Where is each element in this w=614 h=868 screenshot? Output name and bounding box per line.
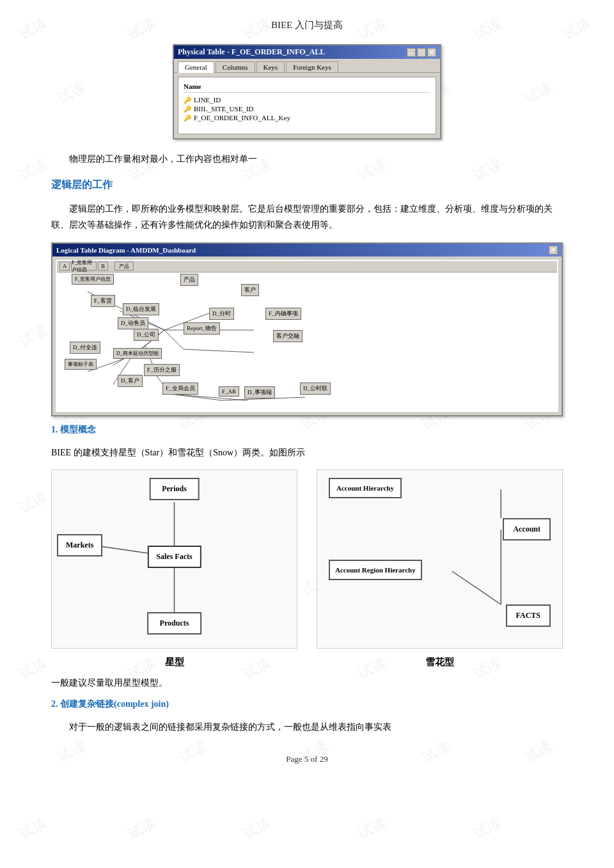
toolbar-label-f: F_览客用户信息: [71, 262, 97, 271]
diagram-node-dkehui: D_客户: [118, 375, 143, 387]
node-sales-facts: Sales Facts: [147, 546, 201, 568]
diagram-node-prod: 产品: [180, 274, 198, 286]
rec-text-content: 一般建议尽量取用星型模型。: [51, 678, 168, 688]
diagram-body: A F_览客用户信息 B 产品: [55, 259, 559, 413]
tab-general[interactable]: General: [178, 61, 214, 73]
restore-button[interactable]: □: [417, 48, 426, 57]
paragraph-complex-join: 对于一般的逻辑表之间的链接都采用复杂链接的方式，一般也是从维表指向事实表: [51, 719, 563, 735]
diagram-node-customer: 客户: [241, 284, 259, 296]
diagram-node-dgongsi: D_公司: [134, 329, 159, 341]
node-periods: Periods: [149, 478, 200, 500]
page-content: BIEE 入门与提高 Physical Table - F_OE_ORDER_I…: [0, 0, 614, 790]
diag-close-button[interactable]: ✕: [549, 246, 558, 255]
star-label: 星型: [51, 656, 297, 668]
diagram-node-dtime: D_分时: [209, 308, 234, 320]
toolbar-icon-b[interactable]: B: [98, 262, 108, 271]
diagram-node-shixiang: 事项标子表: [65, 359, 97, 370]
diagram-node-ddongmai: D_动售员: [118, 317, 148, 329]
key-icon: 🔑: [184, 114, 191, 122]
page-footer: Page 5 of 29: [51, 754, 563, 764]
sub-heading-2-text: 2. 创建复杂链接(complex join): [51, 699, 169, 709]
window-tabs: General Columns Keys Foreign Keys: [174, 59, 440, 73]
paragraph-text: 逻辑层的工作，即所称的业务模型和映射层。它是后台模型管理的重要部分，包括：建立维…: [51, 204, 553, 230]
svg-line-12: [171, 394, 222, 400]
sub-heading-text: 1. 模型概念: [51, 425, 96, 434]
diagram-node-fnei: F_内确事项: [265, 308, 301, 320]
diagram-node-ddlztai: D_临台发展: [123, 303, 159, 315]
table-row: 🔑 F_OE_ORDER_INFO_ALL_Key: [184, 113, 430, 122]
table-row: 🔑 BIIL_SITE_USE_ID: [184, 104, 430, 113]
diagram-node-dsxduan: D_事项端: [244, 386, 275, 398]
svg-line-2: [164, 330, 184, 349]
toolbar-label-prod: 产品: [114, 262, 134, 271]
diagram-node-dfuquan: D_付全连: [70, 342, 100, 354]
watermark: 试读: [240, 813, 274, 844]
diagram-title: Logical Table Diagram - AMDDM_Dashboard: [56, 246, 196, 254]
diagram-toolbar: A F_览客用户信息 B 产品: [57, 261, 557, 272]
physical-table-window: Physical Table - F_OE_ORDER_INFO_ALL — □…: [173, 44, 441, 139]
toolbar-icon-a[interactable]: A: [59, 262, 70, 271]
window-buttons: — □ ✕: [407, 48, 436, 57]
close-button[interactable]: ✕: [427, 48, 436, 57]
paragraph-model-intro: BIEE 的建模支持星型（Star）和雪花型（Snow）两类。如图所示: [51, 445, 563, 461]
window-title: Physical Table - F_OE_ORDER_INFO_ALL: [178, 47, 325, 57]
svg-line-6: [184, 349, 254, 352]
model-diagrams-container: Periods Markets Sales Facts Products Acc…: [51, 470, 563, 649]
diagram-titlebar: Logical Table Diagram - AMDDM_Dashboard …: [52, 244, 562, 256]
window-titlebar: Physical Table - F_OE_ORDER_INFO_ALL — □…: [174, 45, 440, 59]
paragraph-logical-layer: 逻辑层的工作，即所称的业务模型和映射层。它是后台模型管理的重要部分，包括：建立维…: [51, 201, 563, 233]
sub-heading-model-concept: 1. 模型概念: [51, 424, 563, 436]
watermark: 试读: [470, 813, 504, 844]
column-header: Name: [184, 83, 430, 93]
header-title: BIEE 入门与提高: [271, 20, 343, 30]
node-markets: Markets: [57, 534, 102, 556]
key-icon: 🔑: [184, 106, 191, 113]
watermark: 试读: [16, 813, 50, 844]
section-heading-logical: 逻辑层的工作: [51, 178, 563, 192]
tab-columns[interactable]: Columns: [216, 61, 255, 72]
node-facts: FACTS: [506, 604, 551, 627]
star-model-diagram: Periods Markets Sales Facts Products: [51, 470, 297, 649]
footer-text: Page 5 of 29: [286, 754, 327, 764]
table-row: 🔑 LINE_ID: [184, 95, 430, 104]
sub-heading-complex-join: 2. 创建复杂链接(complex join): [51, 698, 563, 710]
diagram-node-dgongshilian: D_公时联: [300, 383, 331, 395]
section-heading-text: 逻辑层的工作: [51, 179, 113, 190]
node-account-hierarchy: Account Hierarchy: [329, 478, 402, 498]
paragraph-text: 物理层的工作量相对最小，工作内容也相对单一: [69, 154, 257, 164]
watermark: 试读: [125, 813, 159, 844]
tab-foreign-keys[interactable]: Foreign Keys: [286, 61, 338, 72]
snow-label: 雪花型: [317, 656, 563, 668]
diagram-node-far: F_AR: [219, 386, 239, 397]
node-account: Account: [503, 518, 551, 541]
diagram-node: F_览客用户信息: [72, 274, 114, 285]
key-icon: 🔑: [184, 97, 191, 104]
svg-line-20: [452, 571, 501, 604]
window-body: Name 🔑 LINE_ID 🔑 BIIL_SITE_USE_ID 🔑 F_OE…: [178, 77, 436, 134]
row-name: F_OE_ORDER_INFO_ALL_Key: [194, 114, 290, 122]
snow-model-diagram: Account Hierarchy Account Account Region…: [317, 470, 563, 649]
diagram-node-fquanju: F_全局会员: [162, 383, 198, 395]
watermark: 试读: [355, 813, 389, 844]
diagram-node-dshangben: D_商本延动历型能: [113, 348, 162, 359]
diagram-node-fke: F_客货: [91, 295, 115, 307]
diagram-node-report: Report_物告: [184, 322, 220, 335]
page-header: BIEE 入门与提高: [51, 19, 563, 31]
minimize-button[interactable]: —: [407, 48, 416, 57]
recommendation-text: 一般建议尽量取用星型模型。: [51, 675, 563, 691]
row-name: BIIL_SITE_USE_ID: [194, 105, 254, 113]
diagram-labels: 星型 雪花型: [51, 656, 563, 668]
tab-keys[interactable]: Keys: [256, 61, 285, 72]
row-name: LINE_ID: [194, 96, 221, 104]
paragraph-physical-layer: 物理层的工作量相对最小，工作内容也相对单一: [51, 151, 563, 167]
node-account-region-hierarchy: Account Region Hierarchy: [329, 560, 422, 580]
paragraph-text: BIEE 的建模支持星型（Star）和雪花型（Snow）两类。如图所示: [51, 448, 305, 457]
paragraph-text: 对于一般的逻辑表之间的链接都采用复杂链接的方式，一般也是从维表指向事实表: [69, 722, 391, 732]
diagram-node-flifen: F_历分之服: [144, 364, 180, 376]
node-products: Products: [147, 612, 202, 635]
diagram-window-buttons: ✕: [549, 246, 558, 255]
logical-diagram-window: Logical Table Diagram - AMDDM_Dashboard …: [51, 242, 563, 416]
diagram-node-khjiahui: 客户交融: [273, 330, 303, 342]
